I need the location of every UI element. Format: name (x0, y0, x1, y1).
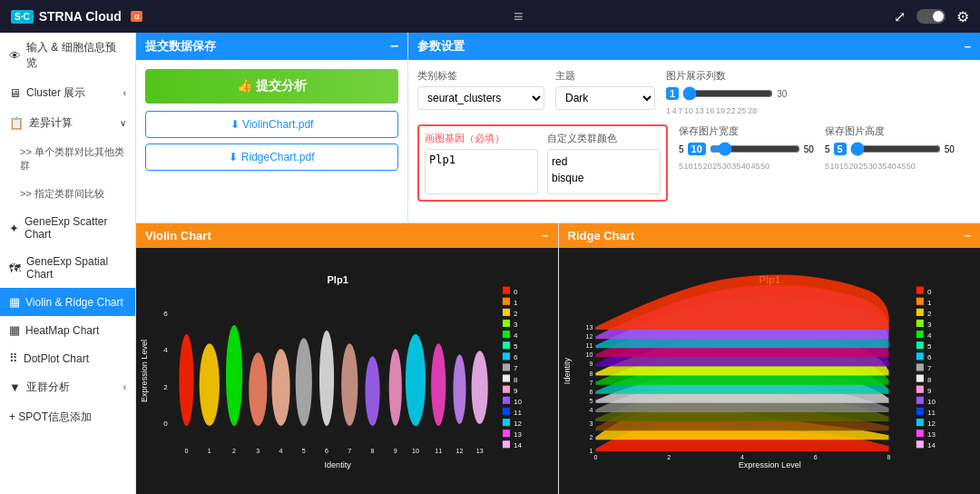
save-height-min: 5 (825, 144, 830, 154)
sidebar-label-dotplot: DotPlot Chart (24, 352, 89, 365)
save-width-label: 保存图片宽度 (679, 124, 814, 138)
ridge-chart-title: Ridge Chart (568, 229, 635, 242)
svg-text:0: 0 (593, 454, 597, 460)
sidebar-item-spot[interactable]: + SPOT信息添加 (0, 402, 135, 432)
table-icon: 📋 (9, 116, 24, 130)
svg-text:1: 1 (926, 299, 931, 307)
hamburger-icon[interactable]: ≡ (514, 7, 524, 26)
svg-point-14 (341, 343, 358, 426)
svg-rect-57 (503, 408, 510, 415)
app-name: STRNA Cloud (39, 9, 122, 24)
svg-point-11 (271, 349, 289, 426)
gene-input[interactable]: Plp1 (425, 149, 538, 194)
svg-text:6: 6 (163, 310, 168, 318)
svg-rect-37 (503, 298, 510, 305)
svg-point-17 (406, 334, 426, 426)
svg-point-13 (319, 331, 334, 426)
display-count-value: 1 (666, 87, 679, 100)
sidebar-item-diff-compare[interactable]: >> 指定类群间比较 (0, 180, 135, 208)
save-height-ticks: 5101520253035404550 (825, 162, 916, 171)
svg-rect-61 (503, 430, 510, 437)
theme-toggle[interactable] (916, 9, 946, 24)
label-select[interactable]: seurat_clusters cell_type sample (417, 86, 544, 110)
violin-chart-header: Violin Chart − (136, 223, 558, 248)
svg-text:10: 10 (926, 398, 935, 406)
save-height-label: 保存图片高度 (825, 124, 955, 138)
sidebar-label-input: 输入 & 细胞信息预览 (26, 40, 126, 71)
svg-text:6: 6 (926, 353, 931, 361)
svg-text:0: 0 (163, 420, 168, 428)
sidebar-item-dotplot[interactable]: ⠿ DotPlot Chart (0, 344, 135, 372)
svg-text:8: 8 (514, 376, 518, 384)
svg-rect-110 (916, 419, 923, 426)
svg-text:3: 3 (256, 448, 260, 454)
svg-rect-98 (916, 352, 923, 360)
download-ridge-button[interactable]: ⬇ RidgeChart.pdf (145, 143, 398, 171)
ridge-chart-header: Ridge Chart − (559, 223, 981, 248)
eye-icon: 👁 (9, 49, 21, 63)
sidebar-item-scatter[interactable]: ✦ GeneExp Scatter Chart (0, 208, 135, 248)
display-count-slider[interactable] (682, 86, 773, 101)
topbar-right: ⤢ ⚙ (894, 8, 969, 25)
svg-rect-108 (916, 408, 923, 415)
sidebar-item-violin[interactable]: ▦ Violin & Ridge Chart (0, 288, 135, 316)
params-collapse-btn[interactable]: − (964, 40, 971, 54)
display-count-ticks: 14710131619222528 (666, 106, 757, 115)
svg-point-16 (389, 349, 402, 426)
svg-rect-114 (916, 440, 923, 448)
download-violin-button[interactable]: ⬇ ViolinChart.pdf (145, 111, 398, 138)
svg-rect-43 (503, 331, 510, 338)
svg-text:5: 5 (589, 398, 593, 404)
params-row-2: 画图基因（必填） Plp1 自定义类群颜色 red bisque (417, 124, 971, 202)
save-height-slider[interactable] (850, 142, 941, 156)
svg-text:12: 12 (456, 448, 464, 454)
svg-text:12: 12 (926, 420, 935, 428)
violin-collapse-btn[interactable]: − (542, 229, 549, 242)
app-logo: S·C STRNA Cloud α (11, 9, 142, 24)
sidebar-label-spot: + SPOT信息添加 (9, 410, 92, 425)
svg-text:14: 14 (926, 441, 935, 450)
svg-text:13: 13 (476, 448, 484, 454)
svg-text:11: 11 (514, 409, 522, 417)
ridge-chart-svg: Plp1 Expression Level Identity (559, 248, 981, 494)
sidebar-item-subgroup[interactable]: ▼ 亚群分析 ‹ (0, 372, 135, 402)
sidebar-item-heatmap[interactable]: ▦ HeatMap Chart (0, 316, 135, 344)
svg-text:3: 3 (926, 321, 931, 329)
arrow-down-icon: ∨ (120, 118, 126, 128)
save-width-slider[interactable] (710, 142, 800, 156)
theme-param-label: 主题 (555, 69, 655, 83)
svg-text:Expression Level: Expression Level (738, 460, 800, 469)
svg-rect-102 (916, 375, 923, 382)
ridge-collapse-btn[interactable]: − (964, 229, 971, 242)
submit-analysis-button[interactable]: 👍 提交分析 (145, 69, 398, 104)
svg-point-15 (365, 356, 379, 426)
svg-text:3: 3 (589, 420, 593, 427)
svg-text:11: 11 (926, 409, 935, 417)
theme-select[interactable]: Dark Light Classic (555, 86, 655, 110)
svg-text:13: 13 (514, 430, 522, 439)
svg-rect-59 (503, 419, 510, 426)
sidebar-item-spatial[interactable]: 🗺 GeneExp Spatial Chart (0, 248, 135, 288)
svg-rect-53 (503, 386, 510, 393)
custom-color-area[interactable]: red bisque (547, 149, 661, 194)
sidebar-item-input[interactable]: 👁 输入 & 细胞信息预览 (0, 33, 135, 78)
svg-text:11: 11 (435, 448, 442, 454)
svg-text:12: 12 (514, 420, 522, 428)
svg-text:0: 0 (514, 288, 518, 296)
settings-icon[interactable]: ⚙ (956, 8, 969, 25)
svg-text:0: 0 (185, 448, 189, 454)
save-width-ticks: 5101520253035404550 (679, 162, 769, 171)
submit-panel: 提交数据保存 − 👍 提交分析 ⬇ ViolinChart.pdf ⬇ Ridg… (136, 33, 408, 222)
svg-rect-41 (503, 320, 510, 327)
save-height-value: 5 (834, 143, 847, 155)
svg-text:7: 7 (514, 365, 518, 373)
svg-text:5: 5 (302, 448, 306, 454)
sidebar-item-diff[interactable]: 📋 差异计算 ∨ (0, 108, 135, 138)
svg-text:4: 4 (926, 331, 931, 340)
svg-text:6: 6 (813, 454, 817, 460)
sidebar-item-cluster[interactable]: 🖥 Cluster 展示 ‹ (0, 78, 135, 108)
arrow-icon: ‹ (123, 88, 126, 98)
sidebar-item-diff-single[interactable]: >> 单个类群对比其他类群 (0, 138, 135, 180)
submit-collapse-btn[interactable]: − (390, 38, 398, 54)
expand-icon[interactable]: ⤢ (894, 8, 906, 25)
